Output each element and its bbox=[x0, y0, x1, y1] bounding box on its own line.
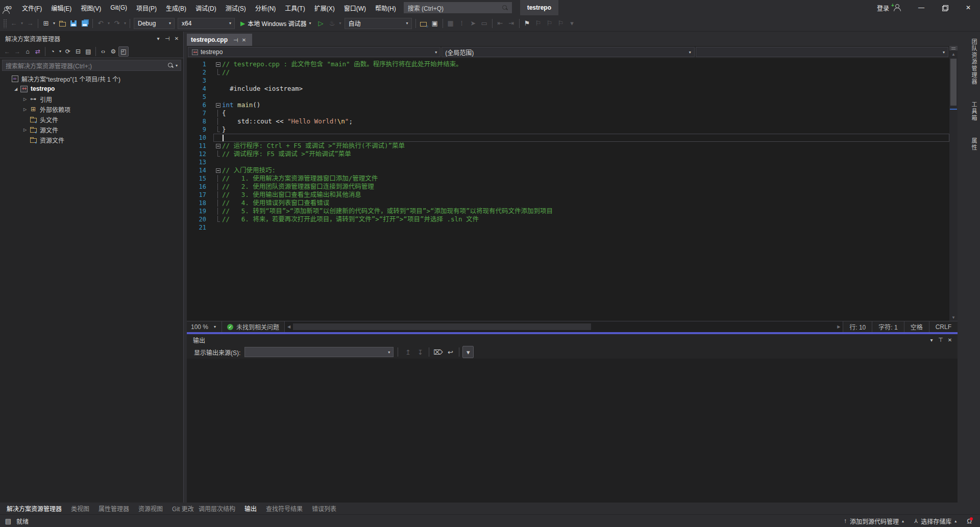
redo-icon[interactable]: ↷ bbox=[111, 17, 122, 30]
nav-backward-icon[interactable]: ← bbox=[8, 17, 19, 30]
cursor-char-indicator[interactable]: 字符: 1 bbox=[872, 321, 903, 332]
solution-explorer-search-input[interactable]: 搜索解决方案资源管理器(Ctrl+;) ▾ bbox=[2, 60, 181, 71]
paste-icon[interactable]: ▭ bbox=[479, 17, 490, 30]
close-tab-icon[interactable]: ✕ bbox=[240, 36, 248, 44]
tree-row-6[interactable]: ▷源文件 bbox=[0, 124, 183, 135]
rail-tab-1[interactable]: 团队资源管理器 bbox=[968, 35, 980, 89]
editor-horizontal-scrollbar[interactable]: ◀ ▶ bbox=[285, 321, 843, 332]
toolbar-overflow-icon[interactable]: ▾ bbox=[567, 17, 578, 30]
editor-vertical-scrollbar[interactable]: ▲ ▼ bbox=[949, 46, 958, 321]
se-back-icon[interactable]: ← bbox=[2, 46, 12, 57]
fold-collapse-box[interactable] bbox=[214, 61, 222, 68]
code-line-6[interactable]: 6int main() bbox=[187, 101, 949, 109]
clear-bookmarks-icon[interactable]: ⚐ bbox=[555, 17, 567, 30]
chevron-down-icon[interactable]: ▾ bbox=[58, 45, 63, 58]
tab-left-3[interactable]: 属性管理器 bbox=[94, 503, 134, 514]
h-scrollbar-track[interactable] bbox=[293, 321, 835, 332]
scrollbar-track[interactable] bbox=[949, 58, 958, 314]
eol-indicator[interactable]: CRLF bbox=[929, 321, 958, 332]
tab-left-2[interactable]: 类视图 bbox=[66, 503, 94, 514]
editor-zoom-dropdown[interactable]: 100 % ▾ bbox=[187, 321, 222, 332]
rail-tab-3[interactable]: 属性 bbox=[968, 134, 980, 155]
code-line-20[interactable]: 20// 6. 将来，若要再次打开此项目，请转到“文件”>“打开”>“项目”并选… bbox=[187, 215, 949, 223]
column-select-icon[interactable]: ⁞ bbox=[456, 17, 468, 30]
tree-row-2[interactable]: ◢++testrepo bbox=[0, 84, 183, 94]
close-icon[interactable]: ✕ bbox=[172, 34, 181, 43]
save-icon[interactable] bbox=[68, 17, 79, 30]
tab-left-1[interactable]: 解决方案资源管理器 bbox=[2, 503, 66, 514]
start-debugging-button[interactable]: ▶本地 Windows 调试器▾ bbox=[237, 17, 314, 30]
code-editor[interactable]: 1// testrepo.cpp : 此文件包含 "main" 函数。程序执行将… bbox=[187, 58, 949, 321]
tree-row-7[interactable]: 资源文件 bbox=[0, 135, 183, 145]
code-line-2[interactable]: 2// bbox=[187, 68, 949, 77]
chevron-down-icon[interactable]: ▾ bbox=[338, 17, 343, 30]
chevron-down-icon[interactable]: ▾ bbox=[106, 17, 111, 30]
tab-bottom-2[interactable]: 输出 bbox=[240, 503, 261, 514]
code-line-9[interactable]: 9} bbox=[187, 126, 949, 134]
code-line-18[interactable]: 18// 4. 使用错误列表窗口查看错误 bbox=[187, 199, 949, 207]
pin-icon[interactable]: ⊤ bbox=[163, 34, 172, 43]
code-line-14[interactable]: 14// 入门使用技巧: bbox=[187, 166, 949, 174]
pin-tab-icon[interactable]: ⊤ bbox=[232, 36, 240, 44]
add-to-source-control-button[interactable]: ↑ 添加到源代码管理 ▴ bbox=[839, 515, 909, 527]
code-line-4[interactable]: 4 #include <iostream> bbox=[187, 85, 949, 93]
send-feedback-button[interactable] bbox=[0, 2, 973, 18]
open-file-icon[interactable] bbox=[57, 17, 68, 30]
code-line-19[interactable]: 19// 5. 转到“项目”>“添加新项”以创建新的代码文件，或转到“项目”>“… bbox=[187, 207, 949, 215]
code-line-15[interactable]: 15// 1. 使用解决方案资源管理器窗口添加/管理文件 bbox=[187, 174, 949, 183]
prev-bookmark-icon[interactable]: ⚐ bbox=[533, 17, 544, 30]
code-metrics-icon[interactable]: ▦ bbox=[445, 17, 456, 30]
chevron-down-icon[interactable]: ▾ bbox=[19, 17, 24, 30]
toggle-bookmark-icon[interactable]: ⚑ bbox=[522, 17, 533, 30]
se-forward-icon[interactable]: → bbox=[12, 46, 22, 57]
scrollbar-thumb[interactable] bbox=[950, 59, 957, 106]
scroll-down-icon[interactable]: ▼ bbox=[951, 314, 955, 321]
select-repository-button[interactable]: Y 选择存储库 ▴ bbox=[909, 515, 962, 527]
spaces-mode-indicator[interactable]: 空格 bbox=[904, 321, 929, 332]
outdent-icon[interactable]: ⇤ bbox=[495, 17, 506, 30]
rail-tab-2[interactable]: 工具箱 bbox=[968, 97, 980, 126]
next-bookmark-icon[interactable]: ⚐ bbox=[544, 17, 555, 30]
code-line-8[interactable]: 8 std::cout << "Hello World!\n"; bbox=[187, 117, 949, 126]
code-line-3[interactable]: 3 bbox=[187, 77, 949, 85]
scroll-right-icon[interactable]: ▶ bbox=[835, 323, 843, 331]
code-line-17[interactable]: 17// 3. 使用输出窗口查看生成输出和其他消息 bbox=[187, 191, 949, 199]
code-line-16[interactable]: 16// 2. 使用团队资源管理器窗口连接到源代码管理 bbox=[187, 183, 949, 191]
code-line-13[interactable]: 13 bbox=[187, 158, 949, 166]
debug-target-dropdown[interactable]: 自动▾ bbox=[345, 18, 412, 29]
pointer-mode-icon[interactable]: ➤ bbox=[468, 17, 479, 30]
tree-row-5[interactable]: 头文件 bbox=[0, 114, 183, 124]
collapsed-arrow-icon[interactable]: ▷ bbox=[21, 107, 29, 112]
pin-icon[interactable]: ⊤ bbox=[936, 335, 945, 344]
expanded-arrow-icon[interactable]: ◢ bbox=[12, 87, 19, 91]
editor-split-handle[interactable] bbox=[949, 46, 958, 51]
fold-collapse-box[interactable] bbox=[214, 102, 222, 109]
command-window-icon[interactable]: ▣ bbox=[429, 17, 440, 30]
cursor-line-indicator[interactable]: 行: 10 bbox=[843, 321, 872, 332]
code-line-12[interactable]: 12// 调试程序: F5 或调试 >“开始调试”菜单 bbox=[187, 150, 949, 158]
h-scrollbar-thumb[interactable] bbox=[293, 323, 591, 330]
fold-collapse-box[interactable] bbox=[214, 167, 222, 174]
output-source-dropdown[interactable]: ▾ bbox=[244, 347, 394, 357]
tab-left-4[interactable]: 资源视图 bbox=[134, 503, 167, 514]
tab-bottom-4[interactable]: 错误列表 bbox=[307, 503, 341, 514]
scroll-up-icon[interactable]: ▲ bbox=[951, 51, 955, 58]
window-position-menu-icon[interactable]: ▾ bbox=[927, 335, 936, 344]
nav-forward-icon[interactable]: → bbox=[24, 17, 36, 30]
output-clear-all-icon[interactable]: ⌦ bbox=[432, 346, 444, 358]
se-collapse-all-icon[interactable]: ⊟ bbox=[73, 46, 83, 57]
tab-bottom-3[interactable]: 查找符号结果 bbox=[261, 503, 307, 514]
new-project-icon[interactable]: ⊞ bbox=[40, 17, 52, 30]
output-prev-message-icon[interactable]: ↥ bbox=[402, 346, 413, 358]
project-dropdown[interactable]: ++ testrepo ▾ bbox=[188, 47, 440, 57]
output-next-message-icon[interactable]: ↧ bbox=[414, 346, 426, 358]
document-health-indicator[interactable]: ✓ 未找到相关问题 bbox=[222, 321, 285, 332]
code-line-5[interactable]: 5 bbox=[187, 93, 949, 101]
tree-row-3[interactable]: ▷⊶引用 bbox=[0, 94, 183, 104]
collapsed-arrow-icon[interactable]: ▷ bbox=[21, 97, 29, 102]
code-line-10[interactable]: 10 bbox=[187, 134, 949, 142]
start-without-debugging-icon[interactable]: ▷ bbox=[315, 17, 327, 30]
se-home-icon[interactable]: ⌂ bbox=[22, 46, 33, 57]
chevron-down-icon[interactable]: ▾ bbox=[52, 17, 57, 30]
member-dropdown[interactable]: ▾ bbox=[696, 47, 948, 57]
